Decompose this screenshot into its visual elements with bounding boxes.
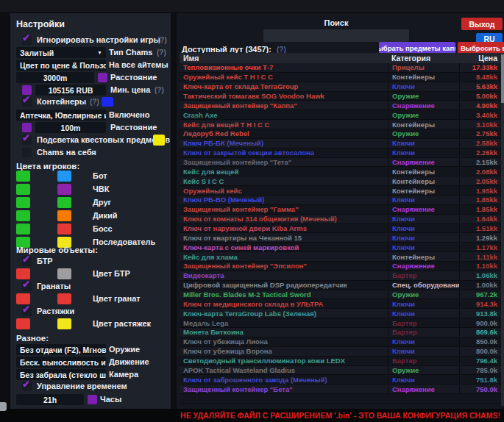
help-icon[interactable]: (?) <box>90 98 99 106</box>
player-color-swatch-1[interactable] <box>16 223 30 235</box>
table-row[interactable]: Кейс для вещей Контейнеры 2.08kk <box>180 167 501 176</box>
column-header-name[interactable]: Имя <box>180 54 388 62</box>
table-row[interactable]: Защищенный контейнер "Гамма" Снаряжение … <box>180 205 501 215</box>
chams-self-checkbox[interactable] <box>22 148 32 157</box>
grenade-color-swatch-2[interactable] <box>57 293 71 304</box>
table-row[interactable]: Кейс для хлама Контейнеры 1.11kk <box>180 252 501 262</box>
grenades-checkbox[interactable]: ✔ <box>22 282 32 291</box>
btr-checkbox[interactable]: ✔ <box>22 257 32 266</box>
table-scrollbar-track[interactable] <box>501 53 504 406</box>
containers-checkbox[interactable]: ✔ <box>22 97 32 107</box>
player-color-swatch-1[interactable] <box>16 210 30 221</box>
cell-category: Прицелы <box>388 63 459 71</box>
included-group-dropdown[interactable]: Аптечка, Ювелирные и... ▼ <box>16 110 106 121</box>
cell-price: 3.40kk <box>459 111 501 119</box>
table-row[interactable]: Кейс S I C C Контейнеры 2.05kk <box>180 176 501 186</box>
chams-type-dropdown[interactable]: Залитый ▼ <box>16 47 106 58</box>
distance2-input[interactable]: 100m <box>35 122 106 133</box>
table-row[interactable]: Монета Биткоина Бартер 869.6k <box>180 328 501 337</box>
cell-price: 3.10kk <box>459 121 501 129</box>
table-row[interactable]: Ключ-карта от склада TerraGroup Ключи 5.… <box>180 82 501 92</box>
weapon-dropdown[interactable]: Без отдачи (F2), Мгновенное п ▼ <box>16 344 106 355</box>
player-color-swatch-2[interactable] <box>57 184 71 195</box>
distance-input[interactable]: 3000m <box>16 72 94 83</box>
table-row[interactable]: Кейс для вещей T H I C C Контейнеры 3.10… <box>180 120 501 129</box>
time-control-checkbox[interactable]: ✔ <box>22 382 32 391</box>
table-row[interactable]: Защищенный контейнер "Каппа" Снаряжение … <box>180 101 501 110</box>
table-row[interactable]: Ключ от убежища Лиона Ключи 850.0k <box>180 337 501 347</box>
player-color-swatch-2[interactable] <box>57 171 71 182</box>
panel-collapse-tab[interactable] <box>0 402 7 411</box>
distance-color-swatch[interactable] <box>98 73 107 82</box>
table-row[interactable] <box>180 394 501 404</box>
cell-category: Спец. оборудование <box>388 281 459 289</box>
min-price-input[interactable]: 105156 RUB <box>35 85 106 96</box>
table-row[interactable]: Защищенный контейнер "Тета" Снаряжение 2… <box>180 158 501 168</box>
distance2-color-swatch[interactable] <box>22 123 32 132</box>
quest-highlight-checkbox[interactable]: ✔ <box>22 135 32 145</box>
cell-item-name: Защищенный контейнер "Тета" <box>180 158 388 166</box>
table-row[interactable]: Оружейный кейс Контейнеры 1.95kk <box>180 186 501 196</box>
movement-dropdown[interactable]: Беск. выносливость и нет уста ▼ <box>16 357 106 368</box>
exit-button[interactable]: Выход <box>461 18 503 30</box>
search-input[interactable] <box>263 29 409 42</box>
table-row[interactable]: Ключ-карта с синей маркировкой Ключи 1.1… <box>180 243 501 252</box>
btr-color-swatch-2[interactable] <box>57 268 71 279</box>
player-color-swatch-1[interactable] <box>16 197 30 208</box>
table-row[interactable]: Ключ-карта TerraGroup Labs (Зеленая) Клю… <box>180 309 501 318</box>
table-row[interactable]: Оружейный кейс T H I C C Контейнеры 8.48… <box>180 73 501 82</box>
cell-price: 1.00kk <box>459 281 501 289</box>
table-scrollbar-thumb[interactable] <box>501 54 504 103</box>
player-color-swatch-2[interactable] <box>57 197 71 208</box>
table-row[interactable]: Crash Axe Оружие 3.40kk <box>180 110 501 120</box>
table-row[interactable]: Тепловизионные очки Т-7 Прицелы 17.33kk <box>180 63 501 73</box>
table-row[interactable]: Ключ от убежища Ворона Ключи 800.0k <box>180 347 501 357</box>
table-row[interactable]: Защищенный контейнер "Эпсилон" Снаряжени… <box>180 262 501 271</box>
table-row[interactable]: Видеокарта Бартер 1.06kk <box>180 271 501 281</box>
player-color-swatch-1[interactable] <box>16 171 30 182</box>
cell-price: 1.10kk <box>459 262 501 270</box>
cell-price: 850.0k <box>459 337 501 346</box>
help-icon[interactable]: (?) <box>157 36 167 44</box>
ignore-game-settings-checkbox[interactable]: ✔ <box>22 35 32 45</box>
table-row[interactable]: Светодиодный трансиллюминатор кожи LEDX … <box>180 357 501 366</box>
all-items-dropdown[interactable]: Цвет по цене & Пользователь ▼ <box>16 60 106 71</box>
quest-highlight-color-swatch[interactable] <box>153 135 165 146</box>
table-row[interactable]: Тактический томагавк SOG Voodoo Hawk Ору… <box>180 92 501 101</box>
table-row[interactable]: Ключ от наружной двери Kiba Arms Ключи 1… <box>180 224 501 234</box>
help-icon[interactable]: (?) <box>155 86 164 94</box>
column-header-price[interactable]: Цена <box>459 54 501 62</box>
hours-color-swatch[interactable] <box>88 395 97 404</box>
cell-price: 1.51kk <box>459 224 501 232</box>
cell-item-name: Ключ-карта от склада TerraGroup <box>180 82 388 90</box>
player-color-swatch-2[interactable] <box>57 223 71 235</box>
table-row[interactable]: Ключ от медицинского склада в УЛЬТРА Клю… <box>180 299 501 309</box>
checkmark-icon: ✔ <box>22 379 30 390</box>
table-row[interactable]: APOK Tactical Wasteland Gladius Оружие 7… <box>180 366 501 376</box>
grenade-color-swatch-1[interactable] <box>16 293 30 304</box>
config-warning-text: НЕ УДАЛЯЙТЕ ФАЙЛ С РАСШИРЕНИЕМ '.bin' - … <box>177 411 504 420</box>
table-row[interactable]: Ключ от заброшенного завода (Меченый) Кл… <box>180 375 501 385</box>
player-color-swatch-2[interactable] <box>57 210 71 221</box>
tripwire-color-swatch-2[interactable] <box>57 318 71 329</box>
table-row[interactable]: Защищенный контейнер "Бета" Снаряжение 7… <box>180 385 501 394</box>
containers-color-swatch[interactable] <box>102 97 113 107</box>
table-row[interactable]: Ключ РБ-ВО (Меченый) Ключи 1.85kk <box>180 196 501 205</box>
tripwires-checkbox[interactable]: ✔ <box>22 307 32 316</box>
table-row[interactable]: Ключ от закрытой секции автосалона Ключи… <box>180 149 501 158</box>
table-row[interactable]: Цифровой защищенный DSP радиопередатчик … <box>180 281 501 290</box>
help-icon[interactable]: (?) <box>157 49 166 57</box>
tripwire-color-swatch-1[interactable] <box>16 318 30 329</box>
table-row[interactable]: Miller Bros. Blades M-2 Tactical Sword О… <box>180 290 501 300</box>
btr-color-swatch-1[interactable] <box>16 268 30 279</box>
checkmark-icon: ✔ <box>22 132 30 143</box>
table-row[interactable]: Ключ от квартиры на Чеканной 15 Ключи 1.… <box>180 233 501 243</box>
column-header-category[interactable]: Категория <box>388 54 459 62</box>
table-row[interactable]: Ледоруб Red Rebel Оружие 2.75kk <box>180 129 501 139</box>
table-row[interactable]: Ключ РБ-БК (Меченый) Ключи 2.58kk <box>180 139 501 149</box>
hours-input[interactable]: 21h <box>16 394 84 405</box>
table-row[interactable]: Ключ от комнаты 314 общежития (Меченый) … <box>180 215 501 224</box>
table-row[interactable]: Медаль Lega Бартер 900.0k <box>180 318 501 328</box>
player-color-swatch-1[interactable] <box>16 184 30 195</box>
cell-price: 796.4k <box>459 357 501 365</box>
